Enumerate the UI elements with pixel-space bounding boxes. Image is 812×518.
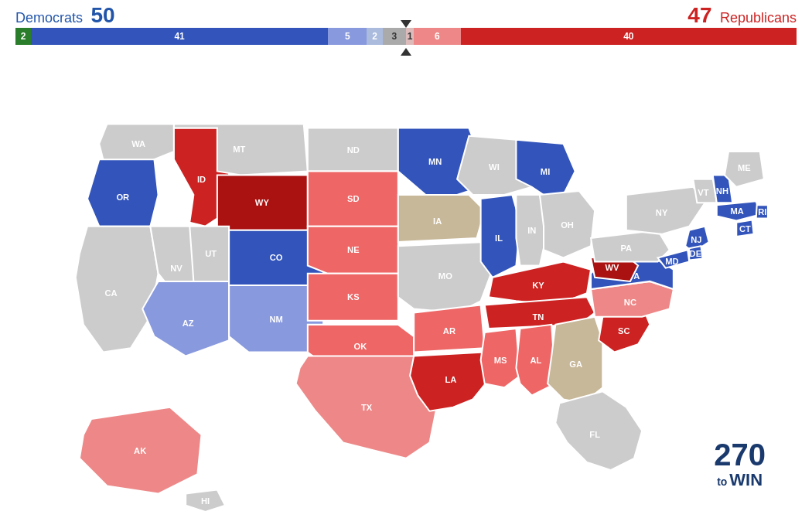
state-AR: [414, 305, 485, 352]
state-RI: [756, 205, 768, 218]
rep-count: 47: [687, 3, 711, 27]
state-AZ: [142, 281, 229, 356]
dem-label: Democrats: [15, 10, 83, 26]
state-KS: [308, 274, 398, 321]
state-FL: [555, 391, 642, 470]
state-IA: [398, 195, 485, 242]
state-MA: [717, 201, 760, 220]
state-WY: [217, 176, 308, 230]
brand-win: WIN: [729, 470, 763, 490]
brand: 270 to WIN: [714, 439, 766, 490]
state-HI: [186, 489, 225, 511]
state-OR: [87, 159, 159, 226]
bar-seg-blue-likely: 5: [328, 28, 367, 45]
state-CT: [736, 220, 753, 237]
bar-seg-red-likely: 6: [414, 28, 461, 45]
state-AK: [80, 407, 202, 494]
state-NY: [626, 187, 705, 234]
us-map: WA OR CA NV ID MT WY UT AZ CO NM ND: [15, 57, 797, 513]
state-SD: [308, 172, 398, 227]
bar-seg-green: 2: [15, 28, 31, 45]
state-CA: [76, 227, 159, 353]
arrow-top: [401, 20, 411, 28]
rep-label: Republicans: [720, 10, 797, 26]
state-MS: [481, 329, 520, 387]
bar-seg-red-lean: 1: [406, 28, 414, 45]
state-ME: [725, 152, 764, 187]
state-DE: [689, 246, 702, 260]
state-NE: [308, 227, 398, 274]
state-UT: [189, 227, 229, 281]
bar-seg-red-safe: 40: [461, 28, 797, 45]
rep-header: 47 Republicans: [687, 3, 797, 28]
map-container: WA OR CA NV ID MT WY UT AZ CO NM ND: [15, 57, 797, 513]
state-OH: [540, 191, 595, 257]
brand-270: 270: [714, 439, 766, 470]
brand-to: to: [717, 475, 727, 488]
state-MO: [398, 242, 493, 313]
state-IL: [481, 195, 520, 278]
arrow-bottom: [401, 48, 411, 56]
bar: 2 41 5 2 3 1 6 40: [15, 28, 797, 45]
dem-header: Democrats 50: [15, 3, 115, 28]
state-ND: [308, 128, 398, 172]
state-GA: [548, 317, 602, 404]
electoral-bar: 2 41 5 2 3 1 6 40: [15, 28, 797, 49]
bar-seg-blue-safe: 41: [31, 28, 328, 45]
bar-seg-tossup: 3: [383, 28, 406, 45]
dem-count: 50: [90, 3, 114, 27]
bar-seg-blue-lean: 2: [367, 28, 382, 45]
